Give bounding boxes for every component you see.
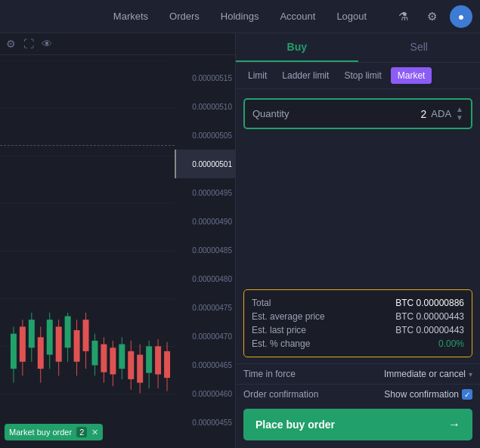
place-order-label: Place buy order (255, 419, 335, 431)
main-area: ⚙ ⛶ 👁 0.00000515 0.00000510 0.00000505 0… (0, 33, 480, 448)
price-tick: 0.00000480 (175, 264, 235, 293)
quantity-section: Quantity 2 ADA ▲ ▼ (236, 89, 480, 138)
nav-holdings[interactable]: Holdings (221, 11, 259, 22)
order-confirmation-label: Order confirmation (243, 389, 318, 400)
summary-total-row: Total BTC 0.00000886 (252, 298, 464, 308)
svg-rect-37 (137, 355, 143, 383)
price-tick: 0.00000510 (175, 92, 235, 121)
price-tick: 0.00000485 (175, 236, 235, 264)
price-tick-highlighted: 0.00000501 (175, 150, 235, 178)
flask-icon[interactable]: ⚗ (392, 6, 413, 27)
svg-rect-41 (155, 346, 161, 374)
time-in-force-dropdown[interactable]: Immediate or cancel ▾ (384, 369, 472, 379)
order-summary-box: Total BTC 0.00000886 Est. average price … (243, 289, 472, 357)
nav-icon-group: ⚗ ⚙ ● (392, 5, 472, 28)
last-price-label: Est. last price (252, 325, 306, 335)
tab-ladder-limit[interactable]: Ladder limit (276, 68, 335, 83)
svg-rect-39 (146, 346, 152, 372)
time-in-force-row: Time in force Immediate or cancel ▾ (236, 363, 480, 384)
place-buy-order-button[interactable]: Place buy order → (243, 409, 472, 440)
svg-rect-15 (38, 337, 44, 369)
order-badge-close-icon[interactable]: ✕ (91, 428, 98, 437)
chart-panel: ⚙ ⛶ 👁 0.00000515 0.00000510 0.00000505 0… (0, 33, 236, 448)
price-tick: 0.00000515 (175, 63, 235, 92)
svg-rect-33 (119, 344, 125, 369)
chart-settings-icon[interactable]: ⚙ (6, 38, 16, 50)
svg-rect-25 (83, 320, 89, 351)
chart-spacer (236, 138, 480, 283)
price-tick: 0.00000465 (175, 351, 235, 379)
last-price-value: BTC 0.00000443 (395, 325, 464, 335)
svg-rect-43 (164, 351, 170, 378)
order-badge-label: Market buy order (9, 428, 72, 437)
order-confirmation-checkbox[interactable]: ✓ (462, 389, 472, 400)
order-badge[interactable]: Market buy order 2 ✕ (5, 424, 103, 440)
pct-change-label: Est. % change (252, 338, 310, 349)
order-confirmation-row: Order confirmation Show confirmation ✓ (236, 384, 480, 404)
avg-price-label: Est. average price (252, 311, 325, 322)
price-axis: 0.00000515 0.00000510 0.00000505 0.00000… (175, 60, 235, 448)
order-type-tabs: Limit Ladder limit Stop limit Market (236, 63, 480, 89)
quantity-arrows: ▲ ▼ (456, 106, 463, 122)
summary-pct-change-row: Est. % change 0.00% (252, 338, 464, 349)
tab-stop-limit[interactable]: Stop limit (338, 68, 387, 83)
candle-area (0, 60, 175, 418)
chart-expand-icon[interactable]: ⛶ (23, 38, 34, 50)
price-tick: 0.00000490 (175, 207, 235, 236)
total-value: BTC 0.00000886 (395, 298, 464, 308)
price-tick: 0.00000475 (175, 293, 235, 322)
user-avatar[interactable]: ● (450, 5, 472, 28)
price-tick: 0.00000505 (175, 121, 235, 150)
svg-rect-29 (101, 344, 107, 372)
svg-rect-13 (29, 320, 35, 348)
tab-sell[interactable]: Sell (358, 33, 481, 62)
place-order-arrow-icon: → (448, 418, 460, 431)
svg-rect-35 (128, 351, 134, 379)
quantity-value: 2 (421, 108, 427, 120)
price-tick: 0.00000460 (175, 379, 235, 408)
quantity-down-arrow[interactable]: ▼ (456, 114, 463, 122)
top-navigation: Markets Orders Holdings Account Logout ⚗… (0, 0, 480, 33)
summary-avg-price-row: Est. average price BTC 0.00000443 (252, 311, 464, 322)
summary-last-price-row: Est. last price BTC 0.00000443 (252, 325, 464, 335)
order-confirmation-value: Show confirmation (384, 389, 459, 400)
pct-change-value: 0.00% (438, 338, 464, 349)
tab-market[interactable]: Market (391, 67, 432, 84)
svg-rect-9 (11, 334, 17, 369)
svg-rect-11 (20, 326, 26, 361)
svg-rect-31 (110, 348, 116, 374)
time-in-force-label: Time in force (243, 369, 296, 379)
order-confirmation-setting[interactable]: Show confirmation ✓ (384, 389, 472, 400)
order-badge-quantity: 2 (76, 427, 87, 437)
quantity-label: Quantity (252, 108, 421, 119)
candlestick-chart (0, 60, 175, 418)
nav-account[interactable]: Account (280, 11, 315, 22)
total-label: Total (252, 298, 271, 308)
avg-price-value: BTC 0.00000443 (395, 311, 464, 322)
nav-logout[interactable]: Logout (336, 11, 367, 22)
settings-icon[interactable]: ⚙ (421, 6, 442, 27)
quantity-currency: ADA (431, 108, 451, 119)
price-tick: 0.00000470 (175, 322, 235, 351)
nav-markets[interactable]: Markets (113, 11, 148, 22)
price-tick: 0.00000450 (175, 437, 235, 448)
svg-rect-21 (65, 317, 71, 348)
chart-eye-icon[interactable]: 👁 (42, 38, 52, 50)
chart-toolbar: ⚙ ⛶ 👁 (0, 33, 235, 55)
tab-limit[interactable]: Limit (242, 68, 273, 83)
price-tick: 0.00000495 (175, 178, 235, 207)
nav-orders[interactable]: Orders (169, 11, 200, 22)
quantity-box[interactable]: Quantity 2 ADA ▲ ▼ (243, 98, 472, 129)
svg-rect-23 (74, 330, 80, 362)
svg-rect-27 (91, 341, 98, 365)
time-in-force-value: Immediate or cancel (384, 369, 466, 379)
svg-rect-17 (47, 320, 53, 354)
right-panel: Buy Sell Limit Ladder limit Stop limit M… (236, 33, 480, 448)
nav-links: Markets Orders Holdings Account Logout (113, 11, 367, 22)
buy-sell-tabs: Buy Sell (236, 33, 480, 63)
tab-buy[interactable]: Buy (236, 33, 358, 62)
quantity-up-arrow[interactable]: ▲ (456, 106, 463, 113)
svg-rect-19 (56, 326, 62, 361)
chevron-down-icon: ▾ (469, 370, 472, 378)
price-tick: 0.00000455 (175, 408, 235, 437)
